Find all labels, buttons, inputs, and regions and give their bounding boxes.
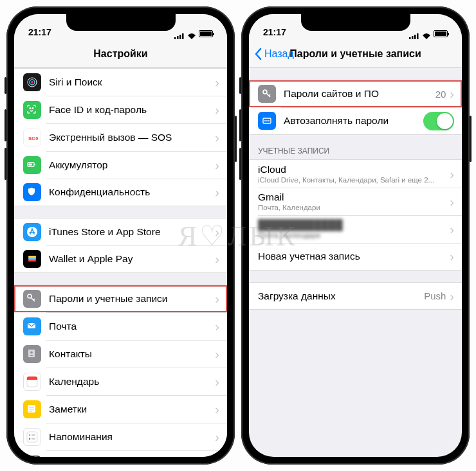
back-button[interactable]: Назад xyxy=(254,48,294,60)
svg-rect-25 xyxy=(27,378,37,380)
row-voice[interactable]: Диктофон› xyxy=(14,450,227,457)
cell-label: Заметки xyxy=(49,404,215,415)
svg-rect-2 xyxy=(179,35,181,39)
svg-point-8 xyxy=(32,107,33,109)
calendar-icon xyxy=(23,373,41,391)
row-account-gmail[interactable]: GmailПочта, Календари› xyxy=(249,188,462,215)
page-title: Пароли и учетные записи xyxy=(289,48,421,60)
notch xyxy=(301,14,410,31)
row-itunes[interactable]: iTunes Store и App Store› xyxy=(14,218,227,245)
cell-label: ████████████ xyxy=(258,219,450,231)
cell-label: Пароли и учетные записи xyxy=(49,293,215,305)
cell-label: iTunes Store и App Store xyxy=(49,226,215,238)
status-time: 21:17 xyxy=(263,27,286,37)
faceid-icon xyxy=(23,101,41,119)
row-autofill-passwords[interactable]: Автозаполнять пароли xyxy=(249,107,462,135)
chevron-right-icon: › xyxy=(215,403,219,416)
chevron-right-icon: › xyxy=(215,159,219,172)
row-contacts[interactable]: Контакты› xyxy=(14,340,227,368)
row-wallet[interactable]: Wallet и Apple Pay› xyxy=(14,245,227,273)
svg-rect-14 xyxy=(28,256,36,258)
row-faceid[interactable]: Face ID и код-пароль› xyxy=(14,96,227,123)
chevron-right-icon: › xyxy=(450,168,454,181)
section-header-accounts: УЧЕТНЫЕ ЗАПИСИ xyxy=(249,135,462,159)
row-siri[interactable]: Siri и Поиск› xyxy=(14,68,227,96)
svg-point-7 xyxy=(30,107,31,109)
autofill-toggle[interactable] xyxy=(423,112,454,130)
svg-rect-37 xyxy=(409,37,411,39)
row-battery[interactable]: Аккумулятор› xyxy=(14,151,227,179)
cell-label: Siri и Поиск xyxy=(49,76,215,88)
svg-point-45 xyxy=(264,120,266,121)
key-icon xyxy=(258,85,276,103)
row-website-passwords[interactable]: Пароли сайтов и ПО 20 › xyxy=(249,80,462,107)
svg-rect-40 xyxy=(417,33,419,39)
contacts-icon xyxy=(23,345,41,363)
privacy-icon xyxy=(23,183,41,201)
chevron-right-icon: › xyxy=(450,87,454,100)
reminders-icon xyxy=(23,428,41,446)
key-icon xyxy=(23,290,41,308)
row-reminders[interactable]: Напоминания› xyxy=(14,423,227,450)
cell-label: Аккумулятор xyxy=(49,159,215,171)
battery-icon xyxy=(434,30,448,37)
svg-rect-0 xyxy=(174,37,176,39)
side-button xyxy=(239,77,241,94)
battery-icon xyxy=(199,30,213,37)
svg-rect-11 xyxy=(35,164,36,165)
status-right xyxy=(409,30,448,37)
row-mail[interactable]: Почта› xyxy=(14,312,227,340)
row-privacy[interactable]: Конфиденциальность› xyxy=(14,179,227,206)
settings-list[interactable]: Siri и Поиск›Face ID и код-пароль›SOSЭкс… xyxy=(14,68,227,457)
nav-bar: Назад Пароли и учетные записи xyxy=(249,40,462,68)
cell-label: Автозаполнять пароли xyxy=(284,115,423,127)
svg-rect-3 xyxy=(182,33,184,39)
battery-icon xyxy=(23,156,41,174)
svg-point-46 xyxy=(266,120,268,121)
chevron-right-icon: › xyxy=(215,186,219,199)
chevron-right-icon: › xyxy=(215,103,219,116)
row-fetch-data[interactable]: Загрузка данных Push › xyxy=(249,282,462,310)
svg-rect-38 xyxy=(412,36,414,39)
svg-point-22 xyxy=(30,351,33,353)
side-button xyxy=(5,109,6,141)
chevron-right-icon: › xyxy=(215,320,219,333)
phone-left: 21:17 Настройки Siri и Поиск›Face ID и к… xyxy=(6,6,235,465)
cell-label: Напоминания xyxy=(49,431,215,443)
chevron-right-icon: › xyxy=(215,375,219,388)
mail-icon xyxy=(23,317,41,335)
row-account-icloud[interactable]: iCloudiCloud Drive, Контакты, Календари,… xyxy=(249,159,462,188)
passwords-list[interactable]: Пароли сайтов и ПО 20 › Автозаполнять па… xyxy=(249,68,462,457)
chevron-right-icon: › xyxy=(215,431,219,443)
siri-icon xyxy=(23,73,41,91)
page-title: Настройки xyxy=(93,48,147,60)
row-calendar[interactable]: Календарь› xyxy=(14,368,227,395)
svg-rect-39 xyxy=(414,35,416,39)
row-account-blurred[interactable]: ████████████Почта, Календари› xyxy=(249,215,462,243)
chevron-right-icon: › xyxy=(215,348,219,360)
status-time: 21:17 xyxy=(28,27,51,37)
row-sos[interactable]: SOSЭкстренный вызов — SOS› xyxy=(14,123,227,151)
chevron-right-icon: › xyxy=(215,131,219,144)
row-passwords[interactable]: Пароли и учетные записи› xyxy=(14,285,227,312)
cell-label: Gmail xyxy=(258,191,450,203)
signal-icon xyxy=(174,31,185,37)
svg-line-43 xyxy=(269,94,270,96)
side-button xyxy=(5,148,6,180)
svg-rect-12 xyxy=(29,163,32,165)
svg-rect-15 xyxy=(28,258,36,260)
cell-sublabel: iCloud Drive, Контакты, Календари, Safar… xyxy=(258,176,450,184)
cell-label: Пароли сайтов и ПО xyxy=(284,88,435,100)
chevron-right-icon: › xyxy=(215,253,219,265)
chevron-right-icon: › xyxy=(215,292,219,305)
chevron-right-icon: › xyxy=(450,223,454,236)
svg-rect-16 xyxy=(28,260,36,262)
cell-sublabel: Почта, Календари xyxy=(258,204,450,211)
row-notes[interactable]: Заметки› xyxy=(14,395,227,423)
signal-icon xyxy=(409,31,419,37)
svg-rect-1 xyxy=(177,36,179,39)
row-account-new-account[interactable]: Новая учетная запись› xyxy=(249,243,462,271)
svg-point-47 xyxy=(268,120,270,121)
wifi-icon xyxy=(187,31,196,37)
cell-label: iCloud xyxy=(258,164,450,175)
